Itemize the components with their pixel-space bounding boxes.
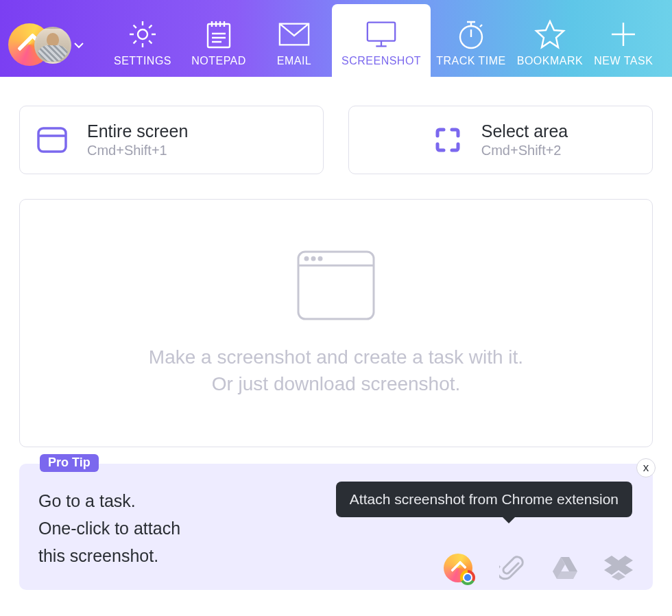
svg-rect-5 bbox=[38, 128, 66, 152]
dropzone-line2: Or just download screenshot. bbox=[149, 370, 523, 397]
tab-label: BOOKMARK bbox=[517, 55, 583, 67]
plus-icon bbox=[607, 18, 640, 51]
notepad-icon bbox=[202, 18, 235, 51]
screenshot-dropzone[interactable]: Make a screenshot and create a task with… bbox=[19, 199, 653, 447]
tab-notepad[interactable]: NOTEPAD bbox=[181, 0, 256, 77]
chevron-down-icon bbox=[74, 43, 84, 49]
svg-point-7 bbox=[305, 257, 308, 260]
tab-label: NOTEPAD bbox=[191, 55, 246, 67]
tab-settings[interactable]: SETTINGS bbox=[104, 0, 181, 77]
capture-text: Entire screen Cmd+Shift+1 bbox=[87, 121, 188, 158]
tab-label: NEW TASK bbox=[594, 55, 653, 67]
tab-new-task[interactable]: NEW TASK bbox=[588, 0, 658, 77]
pro-tip-panel: Pro Tip x Go to a task. One-click to att… bbox=[19, 464, 653, 590]
svg-point-0 bbox=[138, 29, 147, 39]
capture-options: Entire screen Cmd+Shift+1 Select area Cm… bbox=[19, 106, 653, 174]
pro-line2: One-click to attach bbox=[38, 514, 634, 542]
main-tabs: SETTINGS NOTEPAD EMAIL SCREENSHOT TRACK bbox=[104, 0, 658, 77]
option-title: Entire screen bbox=[87, 121, 188, 141]
tab-label: TRACK TIME bbox=[436, 55, 506, 67]
entire-screen-icon bbox=[36, 126, 68, 154]
tab-bookmark[interactable]: BOOKMARK bbox=[512, 0, 588, 77]
app-window-icon bbox=[296, 249, 376, 324]
tab-track-time[interactable]: TRACK TIME bbox=[431, 0, 512, 77]
attach-google-drive-button[interactable] bbox=[551, 554, 579, 582]
star-icon bbox=[533, 18, 566, 51]
svg-point-9 bbox=[319, 257, 322, 260]
paperclip-icon bbox=[499, 555, 524, 581]
capture-text: Select area Cmd+Shift+2 bbox=[481, 121, 568, 158]
option-shortcut: Cmd+Shift+2 bbox=[481, 143, 568, 158]
select-area-button[interactable]: Select area Cmd+Shift+2 bbox=[348, 106, 653, 174]
dropbox-icon bbox=[604, 556, 633, 580]
attach-tooltip: Attach screenshot from Chrome extension bbox=[336, 482, 632, 517]
svg-rect-3 bbox=[368, 23, 395, 41]
tab-label: SETTINGS bbox=[114, 55, 171, 67]
svg-rect-1 bbox=[208, 24, 230, 47]
attach-file-button[interactable] bbox=[498, 554, 525, 582]
option-title: Select area bbox=[481, 121, 568, 141]
account-switcher[interactable] bbox=[0, 0, 91, 77]
pro-tip-badge: Pro Tip bbox=[40, 454, 99, 472]
option-shortcut: Cmd+Shift+1 bbox=[87, 143, 188, 158]
svg-point-8 bbox=[312, 257, 315, 260]
screenshot-panel: Entire screen Cmd+Shift+1 Select area Cm… bbox=[0, 77, 672, 447]
extension-icon bbox=[444, 554, 472, 582]
email-icon bbox=[278, 18, 311, 51]
gear-icon bbox=[126, 18, 159, 51]
select-area-icon bbox=[433, 126, 462, 154]
tab-screenshot[interactable]: SCREENSHOT bbox=[332, 4, 431, 77]
google-drive-icon bbox=[551, 556, 579, 580]
attach-extension-button[interactable] bbox=[444, 554, 472, 582]
tab-email[interactable]: EMAIL bbox=[256, 0, 332, 77]
tab-label: SCREENSHOT bbox=[341, 55, 421, 67]
close-icon: x bbox=[643, 461, 649, 475]
entire-screen-button[interactable]: Entire screen Cmd+Shift+1 bbox=[19, 106, 324, 174]
dropzone-line1: Make a screenshot and create a task with… bbox=[149, 344, 523, 370]
dropzone-message: Make a screenshot and create a task with… bbox=[149, 344, 523, 397]
user-avatar bbox=[34, 27, 71, 64]
close-button[interactable]: x bbox=[636, 458, 656, 477]
attach-options bbox=[444, 554, 632, 582]
monitor-icon bbox=[365, 18, 398, 51]
tab-label: EMAIL bbox=[277, 55, 312, 67]
svg-rect-6 bbox=[298, 252, 374, 319]
stopwatch-icon bbox=[455, 18, 488, 51]
app-header: SETTINGS NOTEPAD EMAIL SCREENSHOT TRACK bbox=[0, 0, 672, 77]
attach-dropbox-button[interactable] bbox=[605, 554, 632, 582]
